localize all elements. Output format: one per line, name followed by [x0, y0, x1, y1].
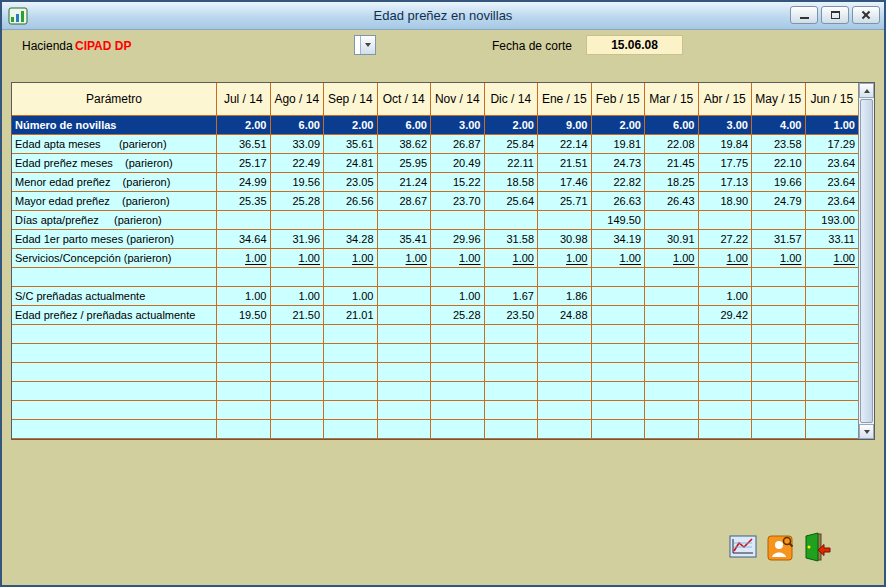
table-cell[interactable]: 1.00 [217, 287, 270, 305]
table-cell[interactable] [645, 382, 698, 400]
table-cell[interactable]: 2.00 [485, 116, 538, 134]
table-cell[interactable]: 1.00 [592, 249, 645, 267]
table-cell[interactable] [378, 287, 431, 305]
table-cell[interactable]: 28.67 [378, 192, 431, 210]
row-label[interactable]: Menor edad preñez (parieron) [12, 173, 216, 191]
table-cell[interactable]: 36.51 [217, 135, 270, 153]
maximize-button[interactable] [821, 6, 849, 24]
table-cell[interactable] [271, 363, 324, 381]
table-cell[interactable]: 26.56 [324, 192, 377, 210]
table-cell[interactable] [431, 211, 484, 229]
table-cell[interactable]: 23.64 [806, 154, 859, 172]
row-label[interactable]: Edad preñez meses (parieron) [12, 154, 216, 172]
table-cell[interactable]: 23.58 [752, 135, 805, 153]
close-button[interactable] [852, 6, 880, 24]
table-cell[interactable]: 31.58 [485, 230, 538, 248]
table-cell[interactable] [538, 268, 591, 286]
table-cell[interactable]: 23.64 [806, 173, 859, 191]
table-cell[interactable]: 17.75 [699, 154, 752, 172]
table-cell[interactable] [431, 401, 484, 419]
table-cell[interactable]: 19.84 [699, 135, 752, 153]
table-cell[interactable] [806, 401, 859, 419]
table-cell[interactable] [378, 268, 431, 286]
table-cell[interactable]: 31.96 [271, 230, 324, 248]
table-cell[interactable] [538, 211, 591, 229]
vertical-scrollbar[interactable] [858, 83, 874, 439]
row-label[interactable]: Número de novillas [12, 116, 216, 134]
table-cell[interactable] [645, 325, 698, 343]
table-cell[interactable] [324, 401, 377, 419]
table-cell[interactable]: 35.61 [324, 135, 377, 153]
table-cell[interactable]: 1.00 [538, 249, 591, 267]
scroll-down-button[interactable] [859, 424, 874, 439]
table-cell[interactable] [592, 325, 645, 343]
table-cell[interactable]: 18.58 [485, 173, 538, 191]
chart-report-button[interactable] [728, 533, 758, 563]
table-cell[interactable]: 1.00 [806, 249, 859, 267]
table-cell[interactable]: 22.82 [592, 173, 645, 191]
row-label[interactable] [12, 325, 216, 343]
table-cell[interactable]: 24.88 [538, 306, 591, 324]
table-cell[interactable] [645, 211, 698, 229]
table-cell[interactable] [752, 382, 805, 400]
table-cell[interactable]: 34.28 [324, 230, 377, 248]
table-cell[interactable]: 6.00 [271, 116, 324, 134]
table-cell[interactable]: 19.81 [592, 135, 645, 153]
table-cell[interactable] [538, 382, 591, 400]
table-cell[interactable]: 24.73 [592, 154, 645, 172]
table-cell[interactable] [645, 363, 698, 381]
table-cell[interactable] [378, 211, 431, 229]
table-cell[interactable]: 22.14 [538, 135, 591, 153]
table-cell[interactable]: 1.00 [645, 249, 698, 267]
table-cell[interactable]: 25.35 [217, 192, 270, 210]
table-cell[interactable]: 25.95 [378, 154, 431, 172]
table-cell[interactable] [699, 382, 752, 400]
table-cell[interactable]: 24.81 [324, 154, 377, 172]
table-cell[interactable] [645, 287, 698, 305]
table-cell[interactable] [699, 363, 752, 381]
table-cell[interactable] [752, 344, 805, 362]
table-cell[interactable] [431, 325, 484, 343]
table-cell[interactable]: 25.71 [538, 192, 591, 210]
table-cell[interactable] [217, 268, 270, 286]
table-cell[interactable]: 38.62 [378, 135, 431, 153]
table-cell[interactable] [699, 401, 752, 419]
table-cell[interactable] [806, 420, 859, 438]
table-cell[interactable] [431, 420, 484, 438]
table-cell[interactable]: 1.00 [378, 249, 431, 267]
row-label[interactable] [12, 363, 216, 381]
table-cell[interactable]: 22.49 [271, 154, 324, 172]
table-cell[interactable] [699, 344, 752, 362]
table-cell[interactable] [378, 306, 431, 324]
minimize-button[interactable] [790, 6, 818, 24]
table-cell[interactable] [485, 382, 538, 400]
table-cell[interactable] [378, 401, 431, 419]
table-cell[interactable] [378, 382, 431, 400]
table-cell[interactable] [485, 420, 538, 438]
table-cell[interactable] [431, 268, 484, 286]
table-cell[interactable]: 4.00 [752, 116, 805, 134]
table-cell[interactable]: 1.00 [217, 249, 270, 267]
scroll-up-button[interactable] [859, 83, 874, 98]
table-cell[interactable] [271, 420, 324, 438]
row-label[interactable]: Edad apta meses (parieron) [12, 135, 216, 153]
table-cell[interactable]: 29.42 [699, 306, 752, 324]
row-label[interactable] [12, 420, 216, 438]
table-cell[interactable] [324, 211, 377, 229]
table-cell[interactable]: 18.25 [645, 173, 698, 191]
table-cell[interactable] [217, 401, 270, 419]
table-cell[interactable]: 2.00 [324, 116, 377, 134]
table-cell[interactable] [592, 363, 645, 381]
table-cell[interactable] [752, 268, 805, 286]
table-cell[interactable]: 22.08 [645, 135, 698, 153]
table-cell[interactable]: 193.00 [806, 211, 859, 229]
table-cell[interactable]: 1.00 [431, 287, 484, 305]
table-cell[interactable] [645, 401, 698, 419]
table-cell[interactable]: 25.64 [485, 192, 538, 210]
table-cell[interactable] [806, 306, 859, 324]
table-cell[interactable] [592, 268, 645, 286]
combobox-dropdown-button[interactable] [360, 36, 375, 54]
table-cell[interactable] [752, 306, 805, 324]
table-cell[interactable] [645, 344, 698, 362]
table-cell[interactable] [378, 325, 431, 343]
